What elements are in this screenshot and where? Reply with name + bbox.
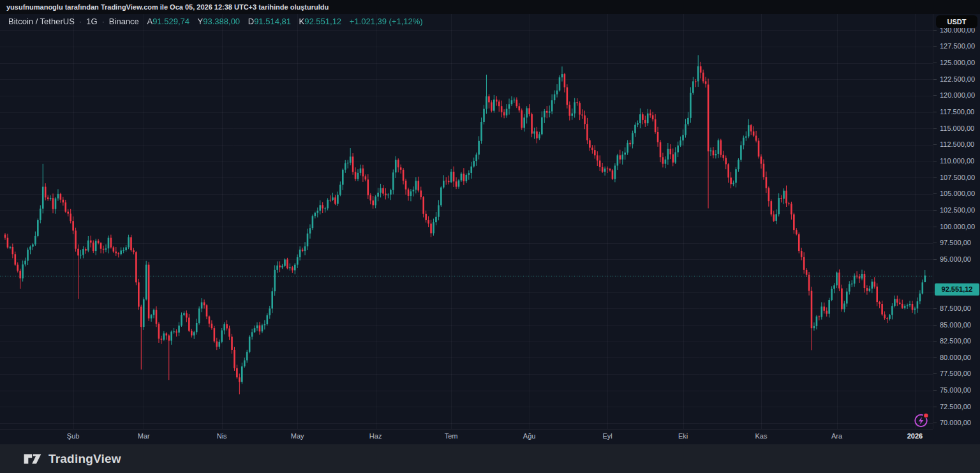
time-axis-label: Ağu <box>517 432 542 440</box>
price-axis-label: 107.500,00 <box>940 173 975 183</box>
price-change: +1.021,39 (+1,12%) <box>350 17 423 26</box>
price-axis[interactable]: 92.551,12 130.000,00127.500,00125.000,00… <box>933 14 980 429</box>
current-price-label: 92.551,12 <box>935 283 979 296</box>
time-axis-label: Mar <box>131 432 156 440</box>
price-axis-label: 105.000,00 <box>940 189 975 199</box>
ohlc-low: D91.514,81 <box>248 17 291 26</box>
price-axis-label: 120.000,00 <box>940 91 975 100</box>
price-axis-label: 100.000,00 <box>940 222 975 232</box>
price-axis-label: 87.500,00 <box>940 304 971 313</box>
time-axis-label: Şub <box>61 432 86 440</box>
time-axis-label: Eyl <box>595 432 620 440</box>
notification-dot <box>924 414 928 417</box>
attribution-bar: yusufnumanoglu tarafından TradingView.co… <box>0 0 980 14</box>
flash-events-icon[interactable] <box>912 411 930 429</box>
price-axis-label: 112.500,00 <box>940 140 974 149</box>
price-axis-label: 72.500,00 <box>940 402 971 412</box>
lightning-bolt-icon <box>919 417 924 424</box>
legend-separator: · <box>79 17 82 26</box>
interval-label[interactable]: 1G <box>86 17 97 26</box>
price-axis-label: 102.500,00 <box>940 206 975 215</box>
time-axis-label: May <box>285 432 310 440</box>
price-axis-label: 75.000,00 <box>940 386 971 395</box>
price-axis-label: 70.000,00 <box>940 418 971 428</box>
price-axis-label: 77.500,00 <box>940 369 971 379</box>
time-axis-label: Ara <box>824 432 850 440</box>
price-axis-label: 117.500,00 <box>940 107 974 117</box>
currency-toggle-button[interactable]: USDT <box>936 15 977 28</box>
tradingview-logo[interactable]: TradingView <box>23 450 121 467</box>
brand-wordmark: TradingView <box>48 452 121 466</box>
time-axis-label: 2026 <box>902 432 928 440</box>
exchange-label[interactable]: Binance <box>109 17 139 26</box>
candlestick-chart[interactable] <box>0 14 933 429</box>
time-axis-label: Tem <box>438 432 464 440</box>
symbol-legend: Bitcoin / TetherUS·1G·Binance A91.529,74… <box>8 14 423 29</box>
time-axis[interactable]: ŞubMarNisMayHazTemAğuEylEkiKasAra2026 <box>0 429 933 444</box>
symbol-name[interactable]: Bitcoin / TetherUS <box>8 17 75 26</box>
price-axis-label: 95.000,00 <box>940 255 971 264</box>
price-axis-label: 115.000,00 <box>940 124 974 133</box>
price-axis-label: 122.500,00 <box>940 75 975 84</box>
price-axis-label: 110.000,00 <box>940 156 974 166</box>
price-axis-label: 85.000,00 <box>940 320 971 330</box>
price-axis-label: 125.000,00 <box>940 58 975 68</box>
time-axis-label: Eki <box>671 432 696 440</box>
tradingview-logo-icon <box>23 452 42 466</box>
price-axis-label: 127.500,00 <box>940 41 975 51</box>
ohlc-high: Y93.388,00 <box>198 17 241 26</box>
attribution-text: yusufnumanoglu tarafından TradingView.co… <box>6 3 329 11</box>
ohlc-open: A91.529,74 <box>147 17 189 26</box>
time-axis-label: Kas <box>748 432 774 440</box>
legend-separator: · <box>102 17 105 26</box>
time-axis-label: Nis <box>209 432 235 440</box>
footer-bar: TradingView <box>0 444 980 473</box>
price-axis-label: 82.500,00 <box>940 336 971 346</box>
price-axis-label: 97.500,00 <box>940 238 971 248</box>
ohlc-close: K92.551,12 <box>299 17 342 26</box>
price-axis-label: 80.000,00 <box>940 353 971 363</box>
time-axis-label: Haz <box>363 432 389 440</box>
tradingview-published-chart: yusufnumanoglu tarafından TradingView.co… <box>0 0 980 473</box>
